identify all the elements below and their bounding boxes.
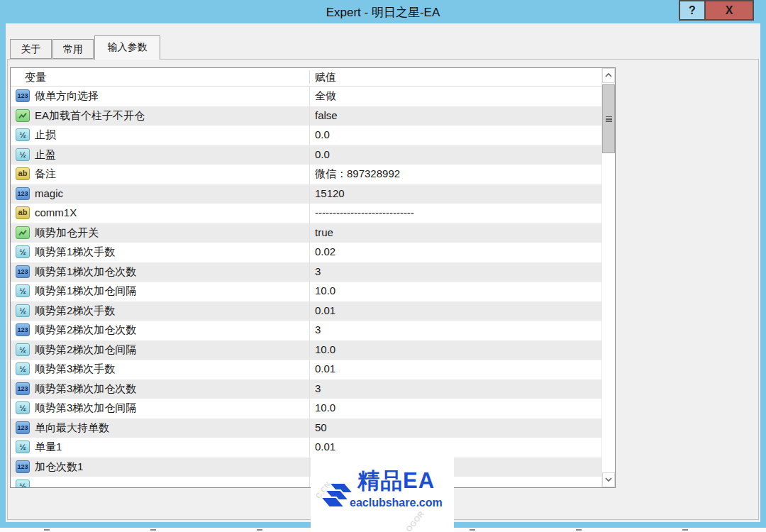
param-value[interactable]: true (315, 226, 333, 238)
param-name: 顺势第1梯次加仓次数 (35, 265, 136, 279)
param-name: 顺势第1梯次手数 (35, 245, 115, 259)
param-name: 顺势第3梯次加仓间隔 (35, 401, 136, 415)
window-title: Expert - 明日之星-EA (0, 4, 766, 21)
param-name: 顺势第2梯次加仓间隔 (35, 343, 136, 357)
param-name: magic (35, 187, 63, 199)
param-name: 备注 (35, 167, 56, 181)
boolean-param-icon (16, 226, 30, 239)
param-value[interactable]: 0.01 (315, 362, 335, 375)
param-name: 顺势第3梯次加仓次数 (35, 382, 136, 396)
tab-inputs[interactable]: 输入参数 (94, 35, 160, 60)
param-name: 止损 (35, 128, 56, 142)
screen: Expert - 明日之星-EA ? X 关于 常用 输入参数 变量 赋值 12… (0, 0, 766, 532)
double-param-icon: ½ (16, 148, 30, 161)
string-param-icon: ab (16, 206, 30, 219)
vertical-scrollbar[interactable] (601, 68, 615, 487)
table-row[interactable]: 123magic15120 (11, 184, 601, 204)
param-value[interactable]: 全做 (315, 89, 336, 103)
param-value[interactable]: 0.0 (315, 128, 330, 140)
table-row[interactable]: 123做单方向选择全做 (11, 87, 601, 106)
table-row-partial[interactable]: ½ (11, 477, 601, 487)
help-button[interactable]: ? (679, 0, 706, 21)
titlebar[interactable]: Expert - 明日之星-EA ? X (0, 0, 766, 23)
table-row[interactable]: ½顺势第1梯次手数0.02 (11, 243, 601, 262)
param-value[interactable]: ---------------------------- (315, 206, 414, 218)
integer-param-icon: 123 (16, 89, 30, 102)
param-value[interactable]: 10.0 (315, 284, 335, 297)
double-param-icon: ½ (16, 245, 30, 258)
param-name: 顺势第2梯次加仓次数 (35, 323, 136, 337)
table-row[interactable]: ab备注微信：897328992 (11, 165, 601, 184)
table-row[interactable]: ½顺势第3梯次加仓间隔10.0 (11, 399, 601, 419)
expert-properties-dialog: Expert - 明日之星-EA ? X 关于 常用 输入参数 变量 赋值 12… (0, 0, 766, 528)
table-row[interactable]: 123加仓次数1 (11, 458, 601, 477)
table-row[interactable]: ½止损0.0 (11, 126, 601, 145)
param-name: 止盈 (35, 148, 56, 162)
double-param-icon: ½ (16, 128, 30, 141)
param-name: EA加载首个柱子不开仓 (35, 109, 145, 123)
table-row[interactable]: 123顺势第3梯次加仓次数3 (11, 379, 601, 399)
param-value[interactable]: false (315, 109, 338, 121)
double-param-icon: ½ (16, 440, 30, 453)
table-row[interactable]: EA加载首个柱子不开仓false (11, 106, 601, 126)
scroll-up-icon[interactable] (602, 68, 615, 83)
table-row[interactable]: 123顺势第1梯次加仓次数3 (11, 262, 601, 282)
param-value[interactable]: 微信：897328992 (315, 167, 400, 181)
table-row[interactable]: ½顺势第2梯次加仓间隔10.0 (11, 340, 601, 360)
param-value[interactable]: 0.01 (315, 440, 335, 453)
integer-param-icon: 123 (16, 265, 30, 278)
boolean-param-icon (16, 109, 30, 122)
integer-param-icon: 123 (16, 323, 30, 336)
param-name: 单向最大持单数 (35, 421, 109, 435)
double-param-icon: ½ (16, 362, 30, 375)
tab-about[interactable]: 关于 (10, 39, 52, 59)
scroll-thumb-grip-icon (606, 116, 612, 122)
scroll-thumb[interactable] (602, 84, 615, 153)
scroll-down-icon[interactable] (602, 472, 615, 487)
param-value[interactable]: 10.0 (315, 343, 335, 355)
watermark-subtitle: eaclubshare.com (350, 497, 443, 509)
integer-param-icon: 123 (16, 460, 30, 473)
table-row[interactable]: 顺势加仓开关true (11, 223, 601, 243)
integer-param-icon: 123 (16, 187, 30, 200)
table-row[interactable]: ½止盈0.0 (11, 145, 601, 165)
double-param-icon: ½ (16, 284, 30, 297)
table-row[interactable]: ½顺势第1梯次加仓间隔10.0 (11, 282, 601, 301)
table-rows: 123做单方向选择全做EA加载首个柱子不开仓false½止损0.0½止盈0.0a… (11, 87, 601, 487)
string-param-icon: ab (16, 167, 30, 180)
param-name: 顺势第2梯次手数 (35, 304, 115, 318)
double-param-icon: ½ (16, 304, 30, 317)
param-value[interactable]: 3 (315, 265, 321, 277)
faint-mark: OGOR (404, 509, 426, 532)
param-value[interactable]: 10.0 (315, 401, 335, 414)
double-param-icon: ½ (16, 401, 30, 414)
tab-common[interactable]: 常用 (52, 39, 94, 59)
column-header-variable[interactable]: 变量 (25, 71, 46, 84)
param-name: 单量1 (35, 440, 62, 454)
table-header: 变量 赋值 (11, 68, 601, 87)
param-value[interactable]: 0.02 (315, 245, 335, 257)
param-value[interactable]: 15120 (315, 187, 345, 199)
table-row[interactable]: ½顺势第2梯次手数0.01 (11, 301, 601, 321)
param-name: 顺势加仓开关 (35, 226, 99, 240)
double-param-icon: ½ (16, 343, 30, 356)
param-value[interactable]: 50 (315, 421, 327, 433)
param-value[interactable]: 3 (315, 323, 321, 336)
table-row[interactable]: ½顺势第3梯次手数0.01 (11, 360, 601, 379)
column-header-value[interactable]: 赋值 (315, 71, 336, 84)
dialog-body: 关于 常用 输入参数 变量 赋值 123做单方向选择全做EA加载首个柱子不开仓f… (6, 23, 760, 522)
table-row[interactable]: ½单量10.01 (11, 438, 601, 458)
param-name: 顺势第3梯次手数 (35, 362, 115, 376)
double-param-icon: ½ (16, 480, 30, 487)
watermark: C.CN OGOR 精品EA eaclubshare.com (311, 458, 454, 532)
param-name: 做单方向选择 (35, 89, 99, 103)
table-row[interactable]: 123顺势第2梯次加仓次数3 (11, 321, 601, 340)
table-row[interactable]: 123单向最大持单数50 (11, 419, 601, 438)
close-button[interactable]: X (704, 0, 754, 21)
param-value[interactable]: 0.01 (315, 304, 335, 316)
integer-param-icon: 123 (16, 421, 30, 434)
param-name: comm1X (35, 206, 77, 218)
param-value[interactable]: 0.0 (315, 148, 330, 160)
table-row[interactable]: abcomm1X---------------------------- (11, 204, 601, 223)
param-value[interactable]: 3 (315, 382, 321, 394)
